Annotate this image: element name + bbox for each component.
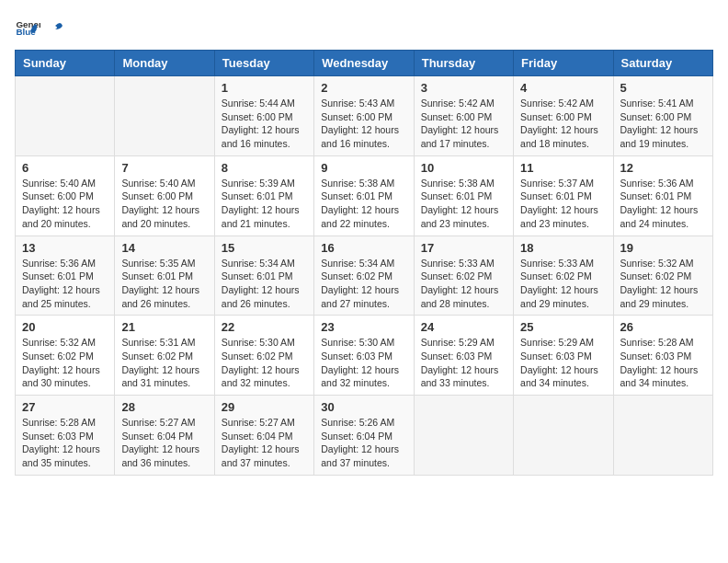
cell-info: Sunrise: 5:35 AM Sunset: 6:01 PM Dayligh… xyxy=(121,257,207,311)
cell-info: Sunrise: 5:33 AM Sunset: 6:02 PM Dayligh… xyxy=(421,257,506,311)
day-number: 11 xyxy=(520,161,606,175)
day-number: 18 xyxy=(520,241,606,255)
cell-info: Sunrise: 5:36 AM Sunset: 6:01 PM Dayligh… xyxy=(620,177,706,231)
day-number: 22 xyxy=(222,320,307,334)
calendar-cell: 15Sunrise: 5:34 AM Sunset: 6:01 PM Dayli… xyxy=(214,236,313,316)
calendar-cell: 18Sunrise: 5:33 AM Sunset: 6:02 PM Dayli… xyxy=(514,236,613,316)
cell-info: Sunrise: 5:42 AM Sunset: 6:00 PM Dayligh… xyxy=(520,97,606,151)
day-number: 5 xyxy=(620,81,706,95)
calendar-week-row: 13Sunrise: 5:36 AM Sunset: 6:01 PM Dayli… xyxy=(16,236,713,316)
header-sunday: Sunday xyxy=(16,51,115,76)
cell-info: Sunrise: 5:32 AM Sunset: 6:02 PM Dayligh… xyxy=(22,336,108,390)
cell-info: Sunrise: 5:33 AM Sunset: 6:02 PM Dayligh… xyxy=(520,257,606,311)
cell-info: Sunrise: 5:41 AM Sunset: 6:00 PM Dayligh… xyxy=(620,97,706,151)
cell-info: Sunrise: 5:43 AM Sunset: 6:00 PM Dayligh… xyxy=(321,97,406,151)
day-number: 16 xyxy=(321,241,406,255)
cell-info: Sunrise: 5:40 AM Sunset: 6:00 PM Dayligh… xyxy=(22,177,108,231)
calendar-cell: 1Sunrise: 5:44 AM Sunset: 6:00 PM Daylig… xyxy=(214,76,313,156)
calendar-cell: 22Sunrise: 5:30 AM Sunset: 6:02 PM Dayli… xyxy=(214,316,313,396)
cell-info: Sunrise: 5:27 AM Sunset: 6:04 PM Dayligh… xyxy=(121,416,207,470)
calendar-cell: 14Sunrise: 5:35 AM Sunset: 6:01 PM Dayli… xyxy=(115,236,214,316)
calendar-cell: 23Sunrise: 5:30 AM Sunset: 6:03 PM Dayli… xyxy=(314,316,414,396)
calendar-cell xyxy=(16,76,115,156)
header-thursday: Thursday xyxy=(414,51,513,76)
calendar-cell: 26Sunrise: 5:28 AM Sunset: 6:03 PM Dayli… xyxy=(613,316,712,396)
cell-info: Sunrise: 5:42 AM Sunset: 6:00 PM Dayligh… xyxy=(421,97,506,151)
calendar-cell: 27Sunrise: 5:28 AM Sunset: 6:03 PM Dayli… xyxy=(16,396,115,476)
calendar-header-row: SundayMondayTuesdayWednesdayThursdayFrid… xyxy=(16,51,713,76)
day-number: 7 xyxy=(121,161,207,175)
calendar-cell: 19Sunrise: 5:32 AM Sunset: 6:02 PM Dayli… xyxy=(613,236,712,316)
cell-info: Sunrise: 5:32 AM Sunset: 6:02 PM Dayligh… xyxy=(620,257,706,311)
day-number: 9 xyxy=(321,161,406,175)
cell-info: Sunrise: 5:28 AM Sunset: 6:03 PM Dayligh… xyxy=(22,416,108,470)
header: General Blue xyxy=(15,15,713,40)
cell-info: Sunrise: 5:29 AM Sunset: 6:03 PM Dayligh… xyxy=(421,336,506,390)
calendar-cell: 10Sunrise: 5:38 AM Sunset: 6:01 PM Dayli… xyxy=(414,155,513,236)
calendar-cell: 28Sunrise: 5:27 AM Sunset: 6:04 PM Dayli… xyxy=(115,396,214,476)
day-number: 28 xyxy=(121,400,207,414)
svg-text:Blue: Blue xyxy=(16,27,36,37)
cell-info: Sunrise: 5:34 AM Sunset: 6:01 PM Dayligh… xyxy=(222,257,307,311)
calendar-week-row: 1Sunrise: 5:44 AM Sunset: 6:00 PM Daylig… xyxy=(16,76,713,156)
day-number: 8 xyxy=(222,161,307,175)
cell-info: Sunrise: 5:44 AM Sunset: 6:00 PM Dayligh… xyxy=(222,97,307,151)
header-wednesday: Wednesday xyxy=(314,51,414,76)
cell-info: Sunrise: 5:29 AM Sunset: 6:03 PM Dayligh… xyxy=(520,336,606,390)
day-number: 20 xyxy=(22,320,108,334)
logo: General Blue xyxy=(15,15,64,40)
day-number: 23 xyxy=(321,320,406,334)
calendar-cell xyxy=(613,396,712,476)
day-number: 14 xyxy=(121,241,207,255)
cell-info: Sunrise: 5:26 AM Sunset: 6:04 PM Dayligh… xyxy=(321,416,406,470)
calendar-cell xyxy=(414,396,513,476)
calendar-cell: 30Sunrise: 5:26 AM Sunset: 6:04 PM Dayli… xyxy=(314,396,414,476)
day-number: 12 xyxy=(620,161,706,175)
cell-info: Sunrise: 5:38 AM Sunset: 6:01 PM Dayligh… xyxy=(321,177,406,231)
day-number: 30 xyxy=(321,400,406,414)
day-number: 21 xyxy=(121,320,207,334)
day-number: 6 xyxy=(22,161,108,175)
calendar-cell: 12Sunrise: 5:36 AM Sunset: 6:01 PM Dayli… xyxy=(613,155,712,236)
calendar-cell: 21Sunrise: 5:31 AM Sunset: 6:02 PM Dayli… xyxy=(115,316,214,396)
header-tuesday: Tuesday xyxy=(214,51,313,76)
day-number: 29 xyxy=(222,400,307,414)
day-number: 2 xyxy=(321,81,406,95)
header-monday: Monday xyxy=(115,51,214,76)
calendar-cell: 5Sunrise: 5:41 AM Sunset: 6:00 PM Daylig… xyxy=(613,76,712,156)
day-number: 26 xyxy=(620,320,706,334)
logo-icon: General Blue xyxy=(15,15,40,40)
calendar-cell: 29Sunrise: 5:27 AM Sunset: 6:04 PM Dayli… xyxy=(214,396,313,476)
header-saturday: Saturday xyxy=(613,51,712,76)
calendar-cell: 8Sunrise: 5:39 AM Sunset: 6:01 PM Daylig… xyxy=(214,155,313,236)
cell-info: Sunrise: 5:28 AM Sunset: 6:03 PM Dayligh… xyxy=(620,336,706,390)
day-number: 15 xyxy=(222,241,307,255)
day-number: 3 xyxy=(421,81,506,95)
day-number: 25 xyxy=(520,320,606,334)
calendar-cell: 11Sunrise: 5:37 AM Sunset: 6:01 PM Dayli… xyxy=(514,155,613,236)
calendar-cell: 20Sunrise: 5:32 AM Sunset: 6:02 PM Dayli… xyxy=(16,316,115,396)
calendar-table: SundayMondayTuesdayWednesdayThursdayFrid… xyxy=(15,50,713,476)
calendar-cell: 13Sunrise: 5:36 AM Sunset: 6:01 PM Dayli… xyxy=(16,236,115,316)
day-number: 1 xyxy=(222,81,307,95)
calendar-cell: 4Sunrise: 5:42 AM Sunset: 6:00 PM Daylig… xyxy=(514,76,613,156)
calendar-week-row: 6Sunrise: 5:40 AM Sunset: 6:00 PM Daylig… xyxy=(16,155,713,236)
cell-info: Sunrise: 5:36 AM Sunset: 6:01 PM Dayligh… xyxy=(22,257,108,311)
cell-info: Sunrise: 5:38 AM Sunset: 6:01 PM Dayligh… xyxy=(421,177,506,231)
day-number: 27 xyxy=(22,400,108,414)
day-number: 24 xyxy=(421,320,506,334)
calendar-cell xyxy=(115,76,214,156)
calendar-cell: 6Sunrise: 5:40 AM Sunset: 6:00 PM Daylig… xyxy=(16,155,115,236)
day-number: 19 xyxy=(620,241,706,255)
calendar-week-row: 20Sunrise: 5:32 AM Sunset: 6:02 PM Dayli… xyxy=(16,316,713,396)
day-number: 4 xyxy=(520,81,606,95)
calendar-cell: 25Sunrise: 5:29 AM Sunset: 6:03 PM Dayli… xyxy=(514,316,613,396)
calendar-cell: 3Sunrise: 5:42 AM Sunset: 6:00 PM Daylig… xyxy=(414,76,513,156)
cell-info: Sunrise: 5:31 AM Sunset: 6:02 PM Dayligh… xyxy=(121,336,207,390)
day-number: 17 xyxy=(421,241,506,255)
cell-info: Sunrise: 5:27 AM Sunset: 6:04 PM Dayligh… xyxy=(222,416,307,470)
cell-info: Sunrise: 5:40 AM Sunset: 6:00 PM Dayligh… xyxy=(121,177,207,231)
calendar-cell: 2Sunrise: 5:43 AM Sunset: 6:00 PM Daylig… xyxy=(314,76,414,156)
calendar-cell: 17Sunrise: 5:33 AM Sunset: 6:02 PM Dayli… xyxy=(414,236,513,316)
calendar-cell: 24Sunrise: 5:29 AM Sunset: 6:03 PM Dayli… xyxy=(414,316,513,396)
